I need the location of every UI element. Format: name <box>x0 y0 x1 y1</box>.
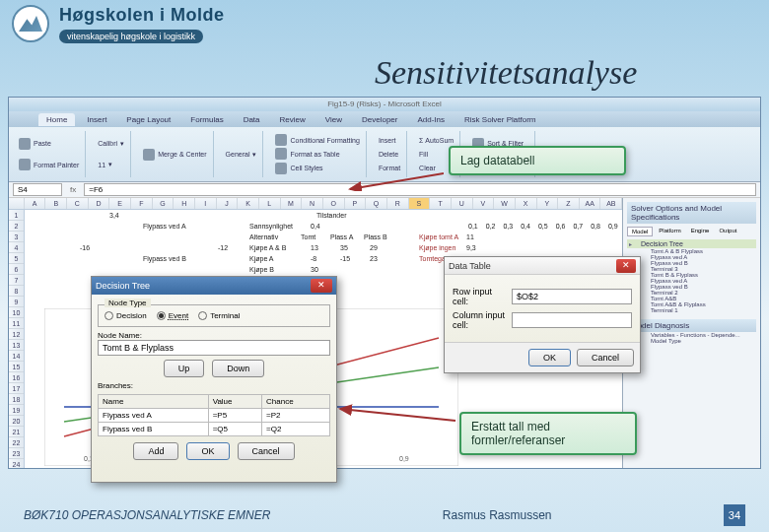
radio-decision[interactable]: Decision <box>105 311 147 320</box>
row-input-cell[interactable] <box>512 289 632 304</box>
row-header[interactable]: 12 <box>9 329 24 340</box>
branches-table[interactable]: Name Value Chance Flypass ved A =P5 =P2 … <box>98 394 330 436</box>
row-header[interactable]: 13 <box>9 340 24 351</box>
row-header[interactable]: 19 <box>9 405 24 416</box>
merge-button[interactable]: Merge & Center <box>143 149 206 161</box>
font-size-select[interactable]: 11 ▾ <box>98 161 124 168</box>
autosum-button[interactable]: Σ AutoSum <box>419 137 454 144</box>
up-button[interactable]: Up <box>164 360 205 377</box>
format-painter-button[interactable]: Format Painter <box>19 159 79 170</box>
col-header[interactable]: Y <box>537 198 559 209</box>
row-header[interactable]: 5 <box>9 253 24 264</box>
row-header[interactable]: 18 <box>9 394 24 405</box>
row-header[interactable]: 16 <box>9 372 24 383</box>
diag-item[interactable]: Model Type <box>627 338 756 344</box>
close-icon[interactable]: ✕ <box>616 259 636 273</box>
sidebar-tab-output[interactable]: Output <box>715 227 740 236</box>
col-header[interactable]: Z <box>558 198 580 209</box>
tab-view[interactable]: View <box>317 113 350 126</box>
ok-button[interactable]: OK <box>528 349 571 366</box>
tab-developer[interactable]: Developer <box>354 113 405 126</box>
tab-addins[interactable]: Add-Ins <box>409 113 453 126</box>
col-header[interactable]: V <box>473 198 495 209</box>
insert-button[interactable]: Insert <box>379 137 400 144</box>
row-header[interactable]: 11 <box>9 318 24 329</box>
col-header[interactable]: W <box>494 198 516 209</box>
row-header[interactable]: 21 <box>9 427 24 437</box>
col-header[interactable]: R <box>387 198 409 209</box>
format-table-button[interactable]: Format as Table <box>275 148 359 160</box>
close-icon[interactable]: ✕ <box>311 279 332 293</box>
tab-insert[interactable]: Insert <box>79 113 114 126</box>
cancel-button[interactable]: Cancel <box>238 442 295 460</box>
paste-button[interactable]: Paste <box>19 138 79 150</box>
cond-fmt-button[interactable]: Conditional Formatting <box>275 134 359 146</box>
radio-event[interactable]: Event <box>157 311 188 320</box>
radio-terminal[interactable]: Terminal <box>198 311 240 320</box>
col-header[interactable]: T <box>430 198 452 209</box>
col-header[interactable]: G <box>153 198 175 209</box>
col-header[interactable]: A <box>25 198 46 209</box>
col-header[interactable]: S <box>409 198 431 209</box>
row-header[interactable]: 2 <box>9 221 24 232</box>
col-header[interactable]: C <box>67 198 89 209</box>
row-header[interactable]: 3 <box>9 232 24 242</box>
col-header[interactable]: I <box>195 198 217 209</box>
tab-formulas[interactable]: Formulas <box>182 113 231 126</box>
col-input-cell[interactable] <box>512 312 632 328</box>
row-header[interactable]: 23 <box>9 448 24 459</box>
tab-risksolver[interactable]: Risk Solver Platform <box>456 113 543 126</box>
ok-button[interactable]: OK <box>186 442 229 460</box>
name-box[interactable]: S4 <box>13 183 62 196</box>
row-header[interactable]: 4 <box>9 242 24 253</box>
row-header[interactable]: 9 <box>9 297 24 307</box>
row-header[interactable]: 17 <box>9 383 24 394</box>
row-header[interactable]: 10 <box>9 307 24 318</box>
tab-home[interactable]: Home <box>38 113 75 126</box>
col-header[interactable]: AB <box>600 198 622 209</box>
row-header[interactable]: 1 <box>9 210 24 221</box>
col-header[interactable]: U <box>452 198 473 209</box>
col-header[interactable]: E <box>109 198 131 209</box>
row-header[interactable]: 15 <box>9 362 24 372</box>
col-header[interactable]: O <box>323 198 345 209</box>
fx-icon[interactable]: fx <box>70 185 76 194</box>
cancel-button[interactable]: Cancel <box>577 349 634 366</box>
row-header[interactable]: 7 <box>9 275 24 286</box>
add-button[interactable]: Add <box>133 442 178 460</box>
row-header[interactable]: 24 <box>9 459 24 468</box>
sidebar-tab-engine[interactable]: Engine <box>687 227 714 236</box>
col-header[interactable]: N <box>302 198 323 209</box>
col-header[interactable]: F <box>131 198 153 209</box>
col-header[interactable]: D <box>89 198 110 209</box>
node-name-input[interactable] <box>98 340 330 356</box>
col-header[interactable]: Q <box>366 198 387 209</box>
sidebar-tab-model[interactable]: Model <box>627 227 653 236</box>
row-header[interactable]: 20 <box>9 416 24 427</box>
col-header[interactable]: H <box>174 198 195 209</box>
col-header[interactable]: AA <box>580 198 601 209</box>
table-row[interactable]: Flypass ved B =Q5 =Q2 <box>99 423 330 436</box>
number-format-select[interactable]: General ▾ <box>226 151 257 159</box>
tab-review[interactable]: Review <box>272 113 314 126</box>
row-header[interactable]: 6 <box>9 264 24 275</box>
col-header[interactable]: J <box>217 198 239 209</box>
font-name-select[interactable]: Calibri ▾ <box>98 140 124 148</box>
col-header[interactable]: L <box>259 198 281 209</box>
delete-button[interactable]: Delete <box>379 151 400 158</box>
tab-pagelayout[interactable]: Page Layout <box>118 113 178 126</box>
col-header[interactable]: B <box>45 198 67 209</box>
tab-data[interactable]: Data <box>236 113 268 126</box>
col-header[interactable]: K <box>238 198 259 209</box>
sidebar-tab-platform[interactable]: Platform <box>655 227 684 236</box>
row-header[interactable]: 8 <box>9 286 24 297</box>
col-header[interactable]: M <box>281 198 303 209</box>
tree-root[interactable]: Decision Tree <box>627 239 756 248</box>
col-header[interactable]: X <box>516 198 537 209</box>
col-header[interactable]: P <box>345 198 367 209</box>
tree-node[interactable]: Terminal 1 <box>627 307 756 313</box>
row-header[interactable]: 22 <box>9 437 24 448</box>
table-row[interactable]: Flypass ved A =P5 =P2 <box>99 409 330 423</box>
row-header[interactable]: 14 <box>9 351 24 362</box>
down-button[interactable]: Down <box>212 360 264 377</box>
